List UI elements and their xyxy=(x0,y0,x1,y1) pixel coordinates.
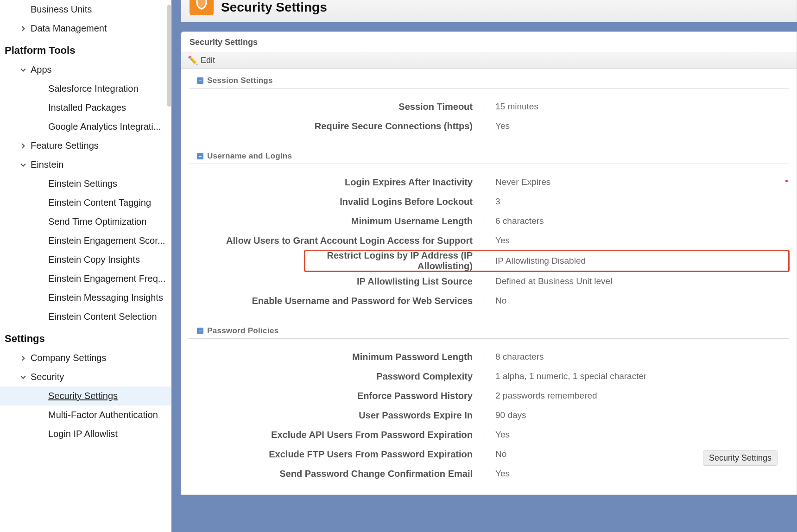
nav-item-label: Einstein Content Tagging xyxy=(48,197,151,208)
setting-value: 15 minutes xyxy=(485,101,789,112)
nav-item[interactable]: Security Settings xyxy=(0,386,171,405)
setting-row: Allow Users to Grant Account Login Acces… xyxy=(189,231,789,250)
setting-row: IP Allowlisting List SourceDefined at Bu… xyxy=(189,272,789,291)
setting-row: Exclude FTP Users From Password Expirati… xyxy=(189,444,789,464)
nav-item[interactable]: Einstein Engagement Scor... xyxy=(0,231,171,250)
nav-item[interactable]: Einstein Engagement Freq... xyxy=(0,269,171,288)
nav-item-label: Einstein Engagement Freq... xyxy=(48,273,165,284)
settings-group: Login Expires After InactivityNever Expi… xyxy=(181,164,797,322)
setting-label: Allow Users to Grant Account Login Acces… xyxy=(189,235,485,246)
chevron-right-icon xyxy=(20,143,31,149)
nav-item-label: Einstein Content Selection xyxy=(48,311,157,322)
setting-value: 8 characters xyxy=(485,352,789,362)
setting-label: Minimum Password Length xyxy=(189,352,485,362)
edit-label: Edit xyxy=(201,56,215,65)
setting-row: User Passwords Expire In90 days xyxy=(189,405,789,425)
nav-section-header: Platform Tools xyxy=(0,38,171,60)
setting-row: Require Secure Connections (https)Yes xyxy=(189,116,789,136)
group-title: Username and Logins xyxy=(207,152,292,161)
setting-row: Enable Username and Password for Web Ser… xyxy=(189,291,789,310)
annotation-dot xyxy=(785,180,788,182)
group-header[interactable]: −Username and Logins xyxy=(189,147,789,164)
setting-value: 90 days xyxy=(485,410,789,420)
nav-item-label: Einstein Engagement Scor... xyxy=(48,235,165,246)
nav-item[interactable]: Einstein Content Tagging xyxy=(0,193,171,212)
nav-item-label: Multi-Factor Authentication xyxy=(48,410,158,420)
setting-value: Yes xyxy=(485,469,789,479)
nav-item[interactable]: Einstein Copy Insights xyxy=(0,250,171,269)
nav-item[interactable]: Send Time Optimization xyxy=(0,212,171,231)
setting-value: 1 alpha, 1 numeric, 1 special character xyxy=(485,371,789,381)
nav-item-label: Einstein xyxy=(31,159,63,170)
setting-value: Yes xyxy=(485,430,789,440)
collapse-icon: − xyxy=(197,328,203,334)
setting-row: Minimum Password Length8 characters xyxy=(189,347,789,367)
nav-item[interactable]: Salesforce Integration xyxy=(0,79,171,98)
nav-item[interactable]: Feature Settings xyxy=(0,136,171,155)
setting-row: Invalid Logins Before Lockout3 xyxy=(189,192,789,211)
chevron-right-icon xyxy=(20,26,31,32)
chevron-down-icon xyxy=(20,162,31,168)
nav-item-label: Installed Packages xyxy=(48,102,126,113)
chevron-down-icon xyxy=(20,67,31,73)
nav-item-label: Business Units xyxy=(31,4,92,15)
collapse-icon: − xyxy=(197,153,203,159)
setting-row: Send Password Change Confirmation EmailY… xyxy=(189,464,789,483)
nav-item-label: Company Settings xyxy=(31,353,106,363)
nav-item[interactable]: Google Analytics Integrati... xyxy=(0,117,171,136)
nav-item-label: Data Management xyxy=(31,23,107,34)
setting-label: Password Complexity xyxy=(189,371,485,382)
setup-sidebar: Business UnitsData ManagementPlatform To… xyxy=(0,0,171,532)
nav-item[interactable]: Security xyxy=(0,367,171,386)
chevron-right-icon xyxy=(20,355,31,361)
nav-item[interactable]: Installed Packages xyxy=(0,98,171,117)
setting-row: Login Expires After InactivityNever Expi… xyxy=(189,172,789,192)
nav-item[interactable]: Data Management xyxy=(0,19,171,38)
setting-label: Exclude FTP Users From Password Expirati… xyxy=(189,449,485,460)
nav-item[interactable]: Company Settings xyxy=(0,348,171,367)
pencil-icon: ✏️ xyxy=(188,55,198,65)
nav-item[interactable]: Login IP Allowlist xyxy=(0,424,171,443)
settings-group: Minimum Password Length8 charactersPassw… xyxy=(181,339,797,494)
setting-label: User Passwords Expire In xyxy=(189,410,485,421)
setting-value: 3 xyxy=(485,196,789,207)
setting-row: Password Complexity1 alpha, 1 numeric, 1… xyxy=(189,367,789,386)
setting-row: Exclude API Users From Password Expirati… xyxy=(189,425,789,444)
setting-value: 6 characters xyxy=(485,216,789,226)
nav-item-label: Google Analytics Integrati... xyxy=(48,121,161,132)
nav-item-label: Security xyxy=(31,372,64,382)
setting-row: Session Timeout15 minutes xyxy=(189,97,789,116)
page-header: Setup Security Settings xyxy=(181,0,797,22)
nav-item[interactable]: Einstein xyxy=(0,155,171,174)
card-title: Security Settings xyxy=(181,32,797,52)
security-shield-icon xyxy=(190,0,214,15)
settings-card: Security Settings ✏️ Edit −Session Setti… xyxy=(181,32,797,495)
sidebar-scrollbar[interactable] xyxy=(167,5,171,107)
edit-button[interactable]: ✏️ Edit xyxy=(181,52,797,69)
nav-item-label: Einstein Copy Insights xyxy=(48,254,140,265)
setting-value: No xyxy=(485,296,789,306)
nav-item[interactable]: Business Units xyxy=(0,0,171,19)
setting-value: Defined at Business Unit level xyxy=(485,276,789,286)
group-title: Session Settings xyxy=(207,76,273,85)
setting-label: Enforce Password History xyxy=(189,391,485,401)
group-title: Password Policies xyxy=(207,326,278,336)
setting-label: Login Expires After Inactivity xyxy=(189,177,485,188)
nav-item[interactable]: Apps xyxy=(0,60,171,79)
group-header[interactable]: −Session Settings xyxy=(189,71,789,89)
setting-value: 2 passwords remembered xyxy=(485,391,789,401)
tooltip: Security Settings xyxy=(703,450,778,466)
setting-label: Require Secure Connections (https) xyxy=(189,121,485,132)
main-content: Setup Security Settings Security Setting… xyxy=(171,0,797,532)
settings-group: Session Timeout15 minutesRequire Secure … xyxy=(181,89,797,147)
nav-item[interactable]: Einstein Content Selection xyxy=(0,307,171,326)
nav-item-label: Apps xyxy=(31,64,52,75)
setting-row: Restrict Logins by IP Address (IP Allowl… xyxy=(304,250,789,272)
setting-value: Never Expires xyxy=(485,177,789,187)
nav-item-label: Send Time Optimization xyxy=(48,216,146,227)
nav-item[interactable]: Multi-Factor Authentication xyxy=(0,405,171,424)
setting-label: Invalid Logins Before Lockout xyxy=(189,196,485,207)
group-header[interactable]: −Password Policies xyxy=(189,322,789,339)
nav-item[interactable]: Einstein Settings xyxy=(0,174,171,193)
nav-item[interactable]: Einstein Messaging Insights xyxy=(0,288,171,307)
